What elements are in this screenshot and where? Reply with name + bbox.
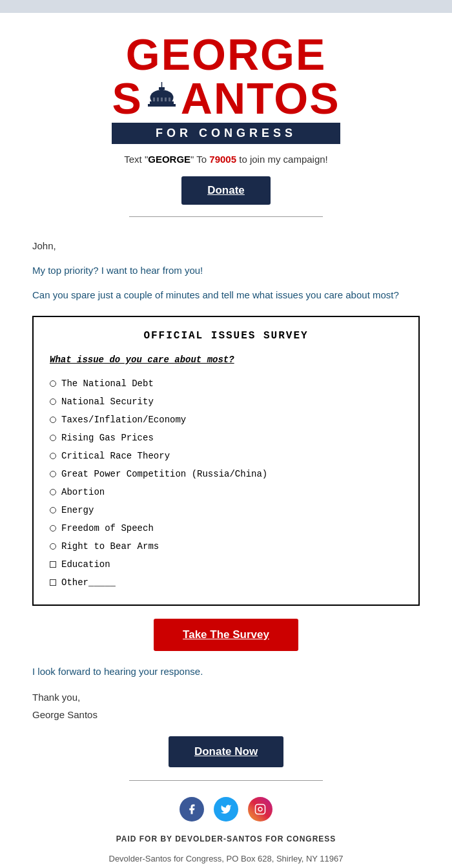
survey-box: OFFICIAL ISSUES SURVEY What issue do you… [32,316,420,606]
radio-3 [50,417,56,423]
survey-option-7: Abortion [50,483,402,501]
greeting: John, [32,238,420,254]
survey-option-5: Critical Race Theory [50,447,402,465]
svg-rect-4 [150,101,174,104]
radio-1 [50,380,56,387]
radio-6 [50,471,56,477]
svg-rect-7 [157,98,159,101]
radio-2 [50,398,56,405]
thank-you: Thank you, [32,692,80,703]
logo-bar: FOR CONGRESS [112,123,340,144]
radio-10 [50,543,56,550]
survey-title: OFFICIAL ISSUES SURVEY [50,330,402,342]
tagline: Text "GEORGE" To 79005 to join my campai… [32,154,420,165]
email-container: GEORGE S [0,13,452,868]
logo-santos-row: S [112,76,340,120]
tagline-prefix: Text " [124,154,148,165]
response-line: I look forward to hearing your response. [32,664,420,679]
svg-rect-9 [165,98,167,101]
santos-antos: ANTOS [181,76,340,120]
survey-option-2: National Security [50,393,402,411]
donate-now-button-wrapper: Donate Now [32,736,420,767]
radio-5 [50,453,56,459]
logo-george: GEORGE [112,32,340,76]
donate-button-wrapper: Donate [32,176,420,205]
header-divider [129,216,323,217]
svg-rect-6 [153,98,155,101]
footer-address-block: Devolder-Santos for Congress, PO Box 628… [32,851,420,868]
take-survey-button[interactable]: Take The Survey [154,619,298,651]
header-section: GEORGE S [32,32,420,238]
donate-button[interactable]: Donate [181,176,271,205]
survey-option-12: Other_____ [50,574,402,592]
svg-rect-8 [161,98,163,101]
tagline-keyword: GEORGE [148,154,190,165]
donate-now-button[interactable]: Donate Now [169,736,283,767]
radio-12 [50,579,56,586]
paragraph2: Can you spare just a couple of minutes a… [32,287,420,303]
instagram-icon[interactable] [248,797,272,822]
svg-rect-5 [148,104,176,107]
survey-option-9: Freedom of Speech [50,519,402,537]
footer-divider [129,780,323,781]
body-content: John, My top priority? I want to hear fr… [32,238,420,868]
survey-options: The National Debt National Security Taxe… [50,375,402,592]
facebook-icon[interactable] [180,797,204,822]
take-survey-button-wrapper: Take The Survey [32,619,420,651]
social-icons [32,797,420,822]
signature-name: George Santos [32,709,98,720]
survey-question: What issue do you care about most? [50,355,402,365]
survey-option-4: Rising Gas Prices [50,429,402,447]
survey-option-11: Education [50,555,402,574]
svg-rect-12 [256,805,265,814]
radio-7 [50,489,56,495]
radio-9 [50,525,56,532]
survey-option-3: Taxes/Inflation/Economy [50,411,402,429]
capitol-icon [144,79,180,115]
tagline-number: 79005 [209,154,236,165]
footer-paid-for: PAID FOR BY DEVOLDER-SANTOS FOR CONGRESS [32,834,420,843]
survey-option-1: The National Debt [50,375,402,393]
paragraph1: My top priority? I want to hear from you… [32,263,420,278]
survey-option-10: Right to Bear Arms [50,537,402,555]
radio-11 [50,561,56,568]
svg-rect-10 [169,98,170,101]
radio-4 [50,435,56,441]
tagline-middle: " To [190,154,209,165]
survey-option-6: Great Power Competition (Russia/China) [50,465,402,483]
logo-container: GEORGE S [112,32,340,144]
radio-8 [50,507,56,513]
santos-s: S [112,76,142,120]
footer-address: Devolder-Santos for Congress, PO Box 628… [109,854,344,863]
tagline-suffix: to join my campaign! [236,154,328,165]
survey-option-8: Energy [50,501,402,519]
signature-block: Thank you, George Santos [32,688,420,723]
twitter-icon[interactable] [214,797,238,822]
